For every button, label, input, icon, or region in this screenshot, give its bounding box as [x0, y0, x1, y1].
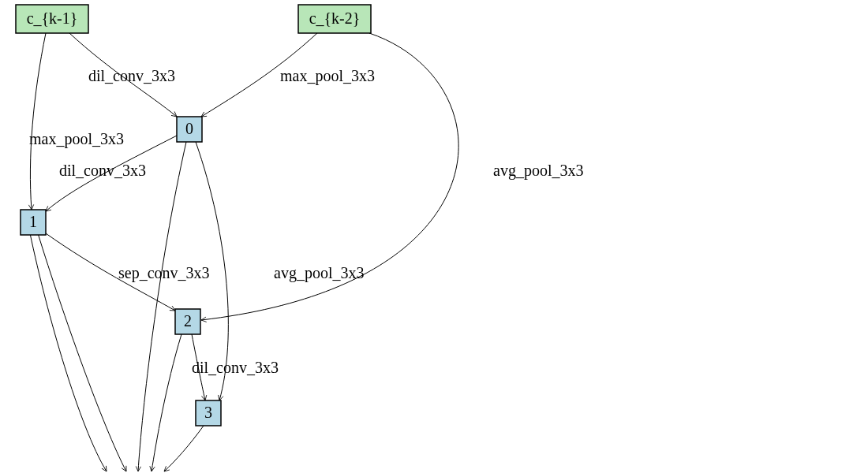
node-label-ck2: c_{k-2}: [309, 9, 361, 27]
edge-n3-out: [164, 426, 204, 471]
edge-label-n0-n1: dil_conv_3x3: [59, 162, 146, 179]
edge-label-ck1-n0: dil_conv_3x3: [88, 67, 175, 84]
edge-label-n0-n3: avg_pool_3x3: [274, 264, 364, 282]
node-label-0: 0: [185, 120, 193, 137]
edge-n2-out: [152, 334, 181, 471]
edge-label-ck1-n1: max_pool_3x3: [29, 130, 124, 148]
node-label-1: 1: [29, 213, 37, 230]
node-0: 0: [177, 117, 202, 142]
node-1: 1: [21, 210, 46, 235]
edge-ck1-n1: [30, 33, 46, 210]
node-label-3: 3: [204, 404, 212, 421]
edge-n0-out: [138, 142, 186, 471]
node-3: 3: [196, 400, 221, 426]
edge-n1-out-a: [30, 233, 107, 471]
edge-n1-out-b: [38, 233, 126, 471]
edge-label-ck2-n0: max_pool_3x3: [280, 67, 375, 85]
node-label-ck1: c_{k-1}: [27, 9, 78, 27]
edge-label-n2-n3: dil_conv_3x3: [192, 359, 279, 376]
node-ck2: c_{k-2}: [298, 5, 371, 33]
node-2: 2: [175, 309, 200, 334]
node-label-2: 2: [184, 312, 192, 330]
edge-label-n1-n2: sep_conv_3x3: [118, 264, 210, 282]
node-ck1: c_{k-1}: [16, 5, 88, 33]
cell-graph: dil_conv_3x3 max_pool_3x3 max_pool_3x3 d…: [0, 0, 868, 473]
edge-label-ck2-n2: avg_pool_3x3: [493, 162, 583, 180]
